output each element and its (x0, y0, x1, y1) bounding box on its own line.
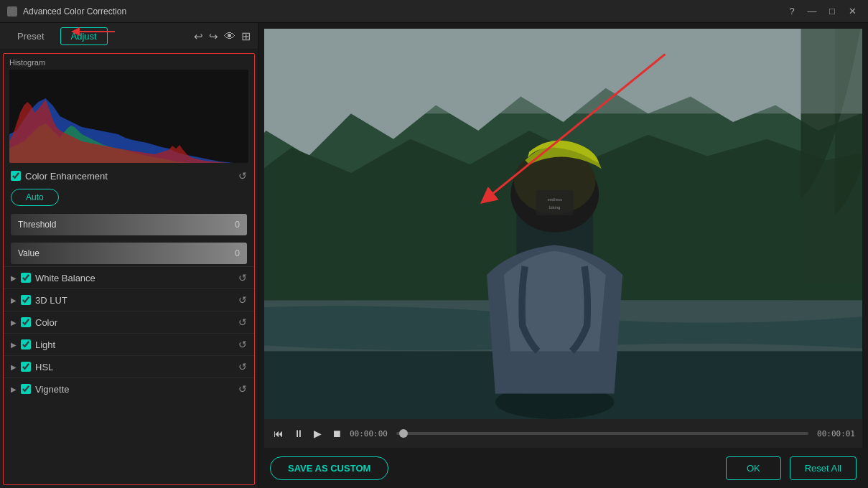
checkbox-white-balance[interactable] (21, 273, 31, 283)
section-label-hsl: HSL (35, 362, 53, 372)
section-item-left-3d-lut: ▶ 3D LUT (11, 295, 67, 306)
section-label-3d-lut: 3D LUT (35, 295, 67, 306)
svg-text:endless: endless (547, 197, 561, 202)
play-button[interactable]: ▶ (312, 426, 324, 441)
checkbox-vignette[interactable] (21, 384, 31, 394)
color-enhancement-left: Color Enhancement (11, 171, 108, 182)
reset-button-hsl[interactable]: ↺ (238, 361, 247, 372)
auto-button[interactable]: Auto (11, 189, 59, 206)
window-title: Advanced Color Correction (23, 6, 126, 17)
tabs-row: Preset Adjust ↩ ↪ 👁 ⊞ (0, 23, 258, 50)
progress-track[interactable] (396, 432, 808, 435)
expand-arrow-3d-lut: ▶ (11, 296, 17, 304)
color-enhancement-header: Color Enhancement ↺ (4, 166, 254, 186)
value-slider[interactable]: Value 0 (11, 243, 247, 264)
minimize-button[interactable]: — (803, 3, 821, 20)
sections-list: ▶ White Balance ↺ ▶ 3D LUT ↺ ▶ Color ↺ ▶ (4, 266, 254, 400)
section-label-vignette: Vignette (35, 384, 69, 395)
section-item-white-balance: ▶ White Balance ↺ (4, 266, 254, 288)
checkbox-light[interactable] (21, 339, 31, 349)
reset-button-3d-lut[interactable]: ↺ (238, 294, 247, 306)
section-label-color: Color (35, 317, 57, 328)
expand-arrow-vignette: ▶ (11, 385, 17, 393)
value-row: Value 0 (4, 240, 254, 266)
threshold-label: Threshold (18, 220, 56, 230)
color-enhancement-checkbox[interactable] (11, 171, 21, 181)
threshold-slider[interactable]: Threshold 0 (11, 214, 247, 235)
threshold-value: 0 (235, 220, 240, 230)
section-label-white-balance: White Balance (35, 273, 95, 283)
expand-arrow-white-balance: ▶ (11, 274, 17, 282)
left-panel-content: Histogram Color Enhancement (3, 53, 255, 485)
main-layout: Preset Adjust ↩ ↪ 👁 ⊞ (0, 23, 868, 488)
time-end: 00:00:01 (817, 429, 855, 438)
checkbox-hsl[interactable] (21, 362, 31, 372)
svg-text:biking: biking (549, 205, 560, 210)
save-as-custom-button[interactable]: SAVE AS CUSTOM (270, 456, 388, 480)
color-enhancement-label: Color Enhancement (25, 171, 108, 182)
rewind-button[interactable]: ⏮ (271, 426, 286, 441)
value-value: 0 (235, 248, 240, 258)
left-panel: Preset Adjust ↩ ↪ 👁 ⊞ (0, 23, 258, 488)
pause-button[interactable]: ⏸ (291, 426, 306, 441)
progress-thumb[interactable] (399, 429, 408, 438)
close-button[interactable]: ✕ (844, 3, 861, 20)
stop-button[interactable]: ⏹ (330, 426, 344, 441)
undo-button[interactable]: ↩ (194, 30, 203, 43)
checkbox-3d-lut[interactable] (21, 295, 31, 305)
section-item-left-white-balance: ▶ White Balance (11, 273, 95, 283)
section-item-left-light: ▶ Light (11, 339, 55, 350)
tab-adjust[interactable]: Adjust (60, 27, 108, 45)
title-bar: Advanced Color Correction ? — □ ✕ (0, 0, 868, 23)
top-right-icons: 👁 ⊞ (224, 29, 251, 43)
time-current: 00:00:00 (350, 429, 388, 438)
eye-icon-button[interactable]: 👁 (224, 30, 235, 43)
section-item-hsl: ▶ HSL ↺ (4, 355, 254, 377)
tab-preset[interactable]: Preset (7, 28, 55, 44)
section-item-vignette: ▶ Vignette ↺ (4, 377, 254, 400)
video-preview: endless biking (264, 29, 862, 419)
threshold-row: Threshold 0 (4, 212, 254, 238)
section-item-left-color: ▶ Color (11, 317, 57, 328)
color-enhancement-reset-button[interactable]: ↺ (238, 170, 247, 182)
expand-arrow-hsl: ▶ (11, 363, 17, 371)
title-bar-controls: ? — □ ✕ (783, 3, 861, 20)
svg-rect-13 (264, 29, 862, 113)
histogram-section: Histogram (4, 54, 254, 166)
redo-button[interactable]: ↪ (209, 30, 218, 43)
help-button[interactable]: ? (783, 3, 801, 20)
title-bar-left: Advanced Color Correction (7, 6, 126, 17)
ok-button[interactable]: OK (726, 456, 781, 480)
expand-arrow-color: ▶ (11, 319, 17, 327)
reset-button-light[interactable]: ↺ (238, 339, 247, 350)
expand-arrow-light: ▶ (11, 341, 17, 349)
video-scene: endless biking (264, 29, 862, 419)
section-item-light: ▶ Light ↺ (4, 333, 254, 355)
section-item-left-hsl: ▶ HSL (11, 362, 53, 372)
playback-bar: ⏮ ⏸ ▶ ⏹ 00:00:00 00:00:01 (264, 419, 862, 448)
maximize-button[interactable]: □ (823, 3, 841, 20)
right-panel: endless biking (258, 23, 868, 488)
histogram-svg (9, 70, 248, 163)
reset-button-white-balance[interactable]: ↺ (238, 272, 247, 283)
reset-button-color[interactable]: ↺ (238, 316, 247, 328)
action-bar: SAVE AS CUSTOM OK Reset All (258, 448, 868, 488)
reset-all-button[interactable]: Reset All (790, 456, 857, 480)
auto-button-row: Auto (4, 186, 254, 212)
value-label: Value (18, 248, 39, 258)
histogram-canvas (9, 70, 248, 163)
section-item-color: ▶ Color ↺ (4, 311, 254, 333)
checkbox-color[interactable] (21, 317, 31, 327)
reset-button-vignette[interactable]: ↺ (238, 383, 247, 395)
video-svg: endless biking (264, 29, 862, 419)
action-buttons-right: OK Reset All (726, 456, 857, 480)
section-item-3d-lut: ▶ 3D LUT ↺ (4, 288, 254, 311)
grid-icon-button[interactable]: ⊞ (241, 29, 251, 43)
section-item-left-vignette: ▶ Vignette (11, 384, 69, 395)
section-label-light: Light (35, 339, 55, 350)
app-icon (7, 6, 17, 17)
histogram-label: Histogram (9, 58, 248, 67)
svg-rect-9 (536, 190, 574, 215)
